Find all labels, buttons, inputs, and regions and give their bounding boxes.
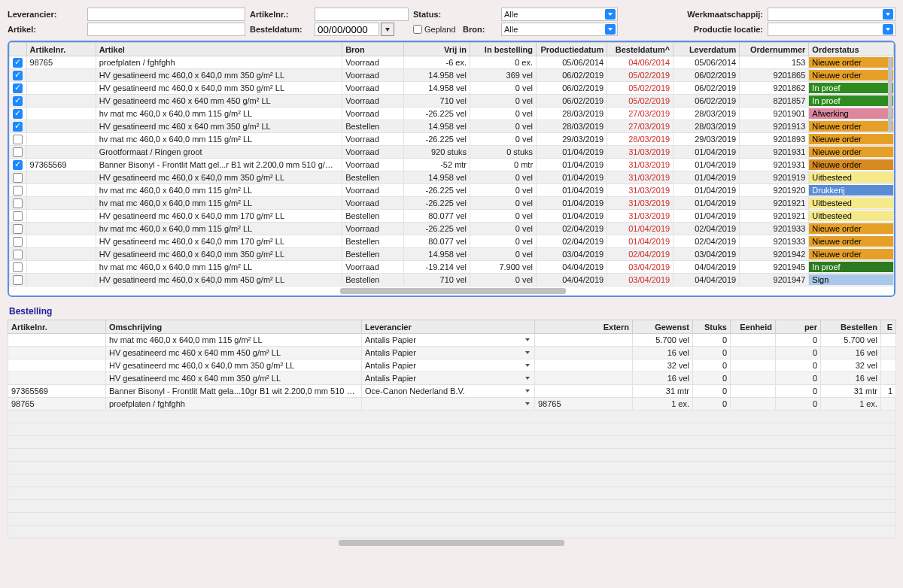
- cell-orderstatus: Uitbesteed: [809, 197, 894, 210]
- row-checkbox[interactable]: [13, 122, 23, 132]
- input-artikelnr[interactable]: [315, 8, 409, 21]
- cell-inbestelling: 7.900 vel: [470, 261, 537, 274]
- col-header[interactable]: Vrij in: [404, 43, 470, 56]
- col-header[interactable]: Extern: [535, 320, 633, 334]
- col-header[interactable]: Stuks: [693, 320, 731, 334]
- cell-leverancier[interactable]: [362, 398, 535, 411]
- row-checkbox[interactable]: [13, 199, 23, 208]
- row-checkbox[interactable]: [13, 96, 23, 106]
- scrollbar-vertical[interactable]: [888, 57, 892, 132]
- row-checkbox[interactable]: [13, 224, 23, 234]
- cell-leverancier[interactable]: Antalis Papier: [362, 334, 535, 347]
- col-header[interactable]: Orderstatus: [809, 43, 894, 56]
- row-checkbox[interactable]: [13, 147, 23, 157]
- row-checkbox[interactable]: [13, 275, 23, 285]
- table-row[interactable]: HV gesatineerd mc 460,0 x 640,0 mm 350 g…: [10, 69, 894, 82]
- checkbox-gepland[interactable]: [413, 25, 422, 34]
- table-row[interactable]: hv mat mc 460,0 x 640,0 mm 115 g/m² LLVo…: [10, 261, 894, 274]
- table-row[interactable]: HV gesatineerd mc 460,0 x 640,0 mm 170 g…: [10, 210, 894, 223]
- col-header[interactable]: Leverdatum: [673, 43, 740, 56]
- table-row[interactable]: HV gesatineerd mc 460 x 640 mm 350 g/m² …: [10, 120, 894, 133]
- col-header[interactable]: Omschrijving: [106, 320, 362, 334]
- cell-besteldatum: 27/03/2019: [607, 120, 673, 133]
- cell-productiedatum: 04/04/2019: [537, 274, 607, 286]
- row-checkbox[interactable]: [13, 109, 23, 119]
- col-header[interactable]: Artikelnr.: [8, 320, 106, 334]
- col-header[interactable]: E: [881, 320, 896, 334]
- select-werkmaatschappij[interactable]: [768, 8, 895, 21]
- table-row[interactable]: HV gesatineerd mc 460,0 x 640,0 mm 350 g…: [8, 359, 896, 372]
- label-bron: Bron:: [463, 25, 497, 34]
- table-row[interactable]: HV gesatineerd mc 460 x 640 mm 350 g/m² …: [8, 372, 896, 385]
- table-row[interactable]: HV gesatineerd mc 460,0 x 640,0 mm 350 g…: [10, 82, 894, 95]
- cell-per: 0: [776, 398, 821, 411]
- row-checkbox[interactable]: [13, 250, 23, 259]
- table-row[interactable]: hv mat mc 460,0 x 640,0 mm 115 g/m² LLVo…: [10, 223, 894, 235]
- row-checkbox[interactable]: [13, 71, 23, 80]
- cell-leverancier[interactable]: Antalis Papier: [362, 372, 535, 385]
- table-row[interactable]: 97365569Banner Bisonyl - Frontlit Matt g…: [10, 159, 894, 171]
- table-row[interactable]: hv mat mc 460,0 x 640,0 mm 115 g/m² LLVo…: [10, 133, 894, 146]
- table-row[interactable]: HV gesatineerd mc 460 x 640 mm 450 g/m² …: [10, 95, 894, 108]
- scrollbar-horizontal[interactable]: [339, 540, 564, 546]
- col-header[interactable]: per: [776, 320, 821, 334]
- cell-leverancier[interactable]: Antalis Papier: [362, 347, 535, 359]
- row-checkbox[interactable]: [13, 135, 23, 144]
- input-besteldatum[interactable]: [315, 23, 379, 36]
- row-checkbox[interactable]: [13, 186, 23, 195]
- table-row[interactable]: hv mat mc 460,0 x 640,0 mm 115 g/m² LLVo…: [10, 108, 894, 120]
- col-header[interactable]: Gewenst: [633, 320, 693, 334]
- cell-besteldatum: 31/03/2019: [607, 197, 673, 210]
- date-dropdown-button[interactable]: [381, 23, 394, 36]
- table-row[interactable]: 98765proefplaten / fghfghhVoorraad-6 ex.…: [10, 56, 894, 69]
- cell-leverancier[interactable]: Oce-Canon Nederland B.V.: [362, 385, 535, 398]
- row-checkbox[interactable]: [13, 173, 23, 183]
- cell-orderstatus: Nieuwe order: [809, 235, 894, 248]
- row-checkbox[interactable]: [13, 58, 23, 68]
- col-header[interactable]: Bron: [342, 43, 404, 56]
- col-header[interactable]: Eenheid: [731, 320, 776, 334]
- select-status[interactable]: Alle: [501, 8, 618, 21]
- cell-vrij: 14.958 vel: [404, 69, 470, 82]
- col-checkbox[interactable]: [10, 43, 27, 56]
- cell-leverdatum: 01/04/2019: [673, 171, 740, 184]
- row-checkbox[interactable]: [13, 237, 23, 247]
- row-checkbox[interactable]: [13, 211, 23, 221]
- col-header[interactable]: Productiedatum: [537, 43, 607, 56]
- table-row[interactable]: 97365569Banner Bisonyl - Frontlit Matt g…: [8, 385, 896, 398]
- orders-table: Artikelnr.ArtikelBronVrij inIn bestellin…: [9, 42, 894, 286]
- col-header[interactable]: Artikelnr.: [26, 43, 96, 56]
- table-row[interactable]: HV gesatineerd mc 460,0 x 640,0 mm 350 g…: [10, 248, 894, 261]
- table-row[interactable]: hv mat mc 460,0 x 640,0 mm 115 g/m² LLVo…: [10, 197, 894, 210]
- table-row-empty: [8, 513, 896, 526]
- table-row[interactable]: HV gesatineerd mc 460,0 x 640,0 mm 350 g…: [10, 171, 894, 184]
- row-checkbox[interactable]: [13, 83, 23, 93]
- table-row[interactable]: HV gesatineerd mc 460,0 x 640,0 mm 170 g…: [10, 235, 894, 248]
- cell-leverancier[interactable]: Antalis Papier: [362, 359, 535, 372]
- table-row[interactable]: HV gesatineerd mc 460 x 640 mm 450 g/m² …: [8, 347, 896, 359]
- col-header[interactable]: Ordernummer: [740, 43, 809, 56]
- col-header[interactable]: In bestelling: [470, 43, 537, 56]
- scrollbar-horizontal[interactable]: [340, 288, 566, 294]
- col-header[interactable]: Leverancier: [362, 320, 535, 334]
- input-leverancier[interactable]: [87, 8, 245, 21]
- select-bron[interactable]: Alle: [501, 23, 618, 36]
- table-row[interactable]: HV gesatineerd mc 460,0 x 640,0 mm 450 g…: [10, 274, 894, 286]
- row-checkbox[interactable]: [13, 160, 23, 170]
- cell-leverdatum: 04/04/2019: [673, 261, 740, 274]
- input-artikel[interactable]: [87, 23, 245, 36]
- select-productie[interactable]: [768, 23, 895, 36]
- cell-artikel: hv mat mc 460,0 x 640,0 mm 115 g/m² LL: [96, 108, 342, 120]
- table-row[interactable]: hv mat mc 460,0 x 640,0 mm 115 g/m² LLVo…: [10, 184, 894, 197]
- col-header[interactable]: Artikel: [96, 43, 342, 56]
- cell-artikelnr: [8, 359, 106, 372]
- table-row[interactable]: hv mat mc 460,0 x 640,0 mm 115 g/m² LLAn…: [8, 334, 896, 347]
- col-header[interactable]: Bestellen: [821, 320, 881, 334]
- table-row[interactable]: Grootformaat / Ringen grootVoorraad920 s…: [10, 146, 894, 159]
- cell-artikelnr: [26, 108, 96, 120]
- cell-artikel: HV gesatineerd mc 460,0 x 640,0 mm 350 g…: [96, 82, 342, 95]
- table-row[interactable]: 98765proefplaten / fghfghh987651 ex.001 …: [8, 398, 896, 411]
- cell-ordernummer: 9201933: [740, 235, 809, 248]
- row-checkbox[interactable]: [13, 262, 23, 272]
- col-header[interactable]: Besteldatum^: [607, 43, 673, 56]
